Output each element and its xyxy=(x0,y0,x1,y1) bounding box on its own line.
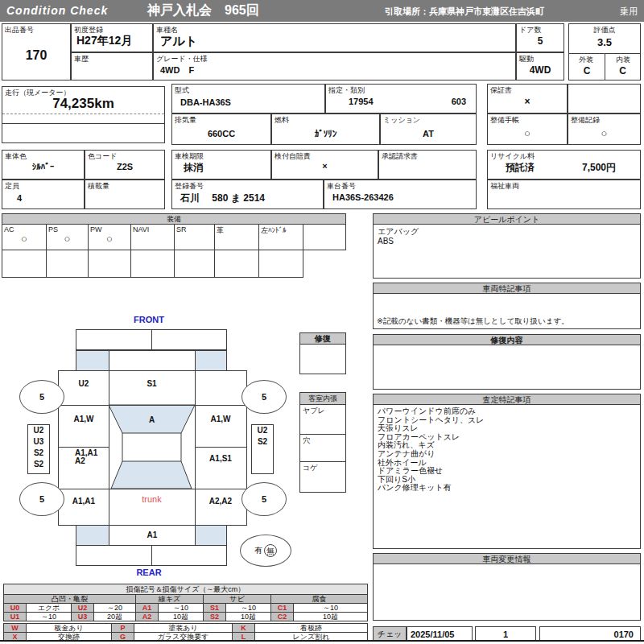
equipment-cell-blank xyxy=(131,250,175,278)
equipment-label-sr: SR xyxy=(176,225,187,233)
maintenance-record-value: ○ xyxy=(568,127,640,139)
first-registration-value: H27年12月 xyxy=(76,34,132,48)
damage-group-rust: サビ xyxy=(204,595,271,604)
chassis-number-label: 車台番号 xyxy=(327,181,356,192)
class-value-2: 603 xyxy=(452,97,466,106)
panel-left-fender: U2 xyxy=(59,379,109,388)
class-label: 指定・類別 xyxy=(328,85,365,96)
damage-desc: ～10 xyxy=(226,604,271,613)
damage-desc: 塗装あり xyxy=(134,624,233,633)
damage-desc: ～10 xyxy=(27,613,72,621)
left-side-code: U3 xyxy=(28,436,49,448)
damage-code: U1 xyxy=(4,613,27,621)
equipment-cell-ac: AC ○ xyxy=(2,225,47,250)
left-side-code: S2 xyxy=(28,459,49,470)
divider xyxy=(151,330,152,349)
damage-code: K xyxy=(233,624,255,633)
damage-desc: ～10 xyxy=(294,604,368,613)
right-headlight xyxy=(195,350,227,371)
damage-desc: 板金あり xyxy=(27,624,112,633)
lot-number-value: 170 xyxy=(2,48,70,63)
maintenance-book-value: ○ xyxy=(488,127,567,139)
change-info-section: 車両変更情報 xyxy=(373,553,641,621)
damage-desc: 10超 xyxy=(226,613,271,621)
lot-number-label: 出品番号 xyxy=(5,25,34,35)
equipment-cell-extra xyxy=(303,225,346,250)
damage-code: C1 xyxy=(271,604,294,613)
bottom-rule xyxy=(0,640,644,642)
equipment-cell-pw: PW ○ xyxy=(89,225,131,250)
first-registration-field: 初度登録 H27年12月 xyxy=(71,23,153,52)
model-code-field: 型式 DBA-HA36S xyxy=(171,84,325,114)
damage-code: U3 xyxy=(72,613,94,621)
spare-tire-indicator: 有 無 xyxy=(240,535,291,567)
maintenance-book-label: 整備手帳 xyxy=(490,115,519,126)
cabin-row-tear-label: ヤブレ xyxy=(303,406,325,416)
score-label: 評価点 xyxy=(569,25,640,35)
equipment-cell-blank xyxy=(215,250,259,278)
score-group: 評価点 3.5 外装 C 内装 C xyxy=(568,23,641,80)
drive-label: 駆動 xyxy=(519,54,534,64)
capacity-label: 定員 xyxy=(5,181,19,192)
damage-code: S1 xyxy=(204,604,226,613)
doors-value: 5 xyxy=(517,35,564,47)
doors-field: ドア数 5 xyxy=(516,23,564,52)
interior-label: 内装 xyxy=(606,55,640,65)
equipment-cell-lhd: 左ﾊﾝﾄﾞﾙ xyxy=(259,225,303,250)
maintenance-book-field: 整備手帳 ○ xyxy=(487,114,568,145)
transmission-value: AT xyxy=(381,129,476,138)
capacity-value: 4 xyxy=(17,193,22,203)
repair-details-section: 修復内容 xyxy=(373,334,641,390)
mileage-field: 走行（現メーター） 74,235km xyxy=(2,86,165,143)
damage-group-dents: 凸凹・亀裂 xyxy=(4,595,136,604)
grade-label: グレード・仕様 xyxy=(156,54,208,64)
exterior-value: C xyxy=(569,65,605,76)
equipment-value-pw: ○ xyxy=(89,233,130,245)
history-label: 車歴 xyxy=(74,54,89,64)
damage-legend-table: 損傷記号＆損傷サイズ（～最大cm） 凸凹・亀裂 線キズ サビ 腐食 U0 エクボ… xyxy=(3,584,368,621)
maintenance-record-field: 整備記録 ○ xyxy=(568,114,641,145)
front-center-panel xyxy=(109,350,196,371)
recycle-fee-field: リサイクル料 預託済 7,500円 xyxy=(487,150,641,180)
displacement-value: 660CC xyxy=(172,129,270,138)
transmission-field: ミッション AT xyxy=(380,114,477,145)
chassis-number-value: HA36S-263426 xyxy=(332,192,394,202)
car-body: U2 S1 A1,W A A1,W A1,A1 A2 A1,S1 A1,A1 t… xyxy=(58,370,247,526)
cabin-lining-box: 客室内張 ヤブレ 穴 コゲ xyxy=(299,392,346,493)
panel-right-rear-door: A1,S1 xyxy=(195,454,246,463)
equipment-value-ps: ○ xyxy=(47,233,88,245)
model-name-value: アルト xyxy=(160,34,197,49)
left-taillight xyxy=(76,525,109,546)
damage-desc: 20超 xyxy=(94,613,136,621)
divider xyxy=(59,489,246,489)
welfare-field: 福祉車両 xyxy=(487,180,641,209)
damage-legend-title: 損傷記号＆損傷サイズ（～最大cm） xyxy=(4,584,368,595)
damage-group-scratch: 線キズ xyxy=(136,595,204,604)
divider xyxy=(151,546,152,565)
rear-window-shape xyxy=(111,461,192,489)
body-color-label: 車体色 xyxy=(5,151,27,162)
equipment-value-ac: ○ xyxy=(2,233,46,245)
panel-right-front-door: A1,W xyxy=(195,415,246,423)
damage-extra-legend-table: W 板金あり P 塗装あり K 看板跡 X 交換跡 G ガラス交換要す L レン… xyxy=(3,623,368,642)
check-count: 1 xyxy=(476,630,535,639)
check-number: 0170 xyxy=(614,630,634,639)
panel-right-quarter: A2,A2 xyxy=(195,497,246,506)
mileage-value: 74,235km xyxy=(2,96,164,112)
equipment-label-lhd: 左ﾊﾝﾄﾞﾙ xyxy=(261,225,287,236)
drive-value: 4WD xyxy=(517,64,564,76)
damage-code: U0 xyxy=(4,604,27,613)
diagram-rear-label: REAR xyxy=(121,568,177,577)
assessment-line: アンテナ曲がり xyxy=(378,450,636,459)
registration-field: 登録番号 石川 580 ま 2514 xyxy=(171,180,324,209)
damage-code: S2 xyxy=(204,613,226,621)
panel-left-front-door: A1,W xyxy=(59,415,109,423)
interior-value: C xyxy=(605,65,640,76)
doors-label: ドア数 xyxy=(519,25,541,35)
left-side-code: U2 xyxy=(28,425,49,436)
drive-field: 駆動 4WD xyxy=(516,52,564,80)
cabin-row-tear: ヤブレ xyxy=(300,405,345,434)
maintenance-record-label: 整備記録 xyxy=(571,115,600,126)
left-headlight xyxy=(76,350,109,371)
panel-trunk: trunk xyxy=(109,494,195,504)
